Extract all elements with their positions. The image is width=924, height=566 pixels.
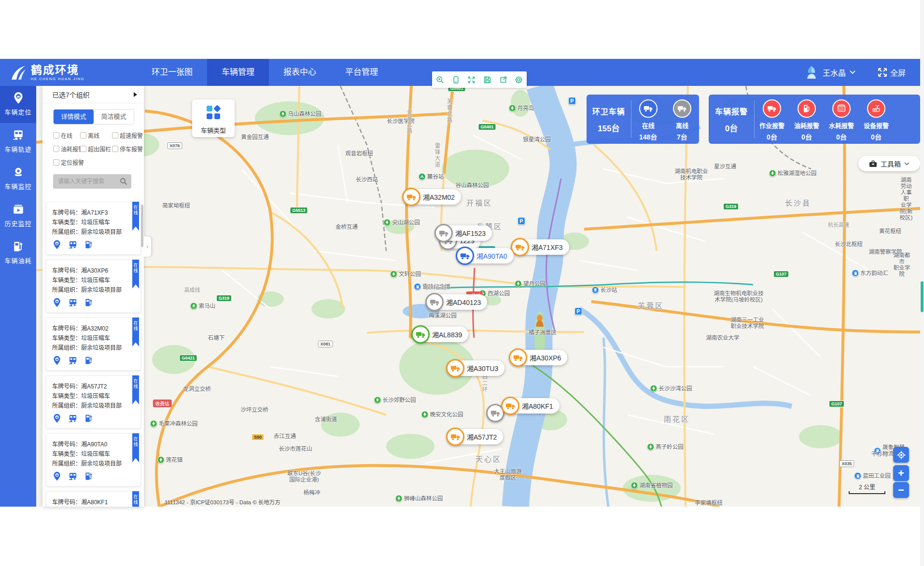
vehicle-card-湘A90TA0[interactable]: 车牌号码：湘A90TA0 车辆类型：垃圾压缩车 所属组织：厨余垃圾项目部 在线 bbox=[46, 433, 141, 486]
track-vehicle-icon[interactable] bbox=[68, 240, 78, 249]
vehicle-type-button[interactable]: 车辆类型 bbox=[192, 99, 235, 137]
user-name[interactable]: 王水晶 bbox=[823, 67, 846, 78]
nav-item-平台管理[interactable]: 平台管理 bbox=[331, 59, 392, 86]
user-avatar[interactable] bbox=[804, 65, 819, 80]
panel-collapse-handle[interactable]: ‹ bbox=[144, 236, 151, 257]
vehicle-card-湘A30XP6[interactable]: 车牌号码：湘A30XP6 车辆类型：垃圾压缩车 所属组织：厨余垃圾项目部 在线 bbox=[46, 260, 141, 313]
filter-checkbox-离线[interactable]: 离线 bbox=[80, 131, 112, 139]
filter-checkbox-超速报警[interactable]: 超速报警 bbox=[112, 131, 143, 139]
fuel-alarm-icon bbox=[798, 99, 816, 118]
locate-vehicle-icon[interactable] bbox=[52, 414, 62, 423]
vehicle-marker-湘A32M02[interactable]: 湘A32M02 bbox=[404, 189, 461, 205]
filter-checkbox-定位报警[interactable]: 定位报警 bbox=[53, 158, 80, 166]
chevron-down-icon[interactable] bbox=[850, 70, 855, 74]
tab-detail-mode[interactable]: 详情模式 bbox=[54, 110, 94, 124]
zoom-search-icon[interactable] bbox=[432, 71, 448, 88]
vehicle-card-湘A71XF3[interactable]: 车牌号码：湘A71XF3 车辆类型：垃圾压缩车 所属组织：厨余垃圾项目部 在线 bbox=[46, 202, 141, 255]
logo-subtitle: HE CHENG HUAN JING bbox=[31, 77, 84, 81]
fullscreen-button[interactable]: 全屏 bbox=[878, 67, 906, 78]
nav-item-报表中心[interactable]: 报表中心 bbox=[269, 59, 331, 86]
save-icon[interactable] bbox=[479, 71, 495, 88]
sidebar-item-历史监控[interactable]: 历史监控 bbox=[0, 197, 36, 235]
alarm-stats-card: 车辆报警 0台 作业报警 0台 油耗报警 0台 水耗报警 0台 设备报警 0台 bbox=[709, 95, 920, 144]
main-nav: 环卫一张图车辆管理报表中心平台管理 bbox=[137, 59, 392, 86]
search-icon[interactable] bbox=[120, 178, 127, 185]
fuel-vehicle-icon[interactable] bbox=[84, 298, 94, 307]
sidebar-item-车辆轨迹[interactable]: 车辆轨迹 bbox=[0, 123, 36, 160]
nav-item-环卫一张图[interactable]: 环卫一张图 bbox=[137, 59, 207, 86]
map-canvas[interactable]: 智造小镇乌山森林公园黄金园互通长沙医学院月亮岛银星湾公园观音岩枢纽谷山森林公园麓… bbox=[36, 86, 920, 507]
vehicle-marker-湘A71XF3[interactable]: 湘A71XF3 bbox=[512, 239, 569, 255]
export-icon[interactable] bbox=[495, 71, 511, 88]
filter-checkbox-在线[interactable]: 在线 bbox=[53, 131, 80, 139]
tab-simple-mode[interactable]: 简洁模式 bbox=[94, 110, 134, 124]
fuel-vehicle-icon[interactable] bbox=[84, 471, 94, 481]
vehicle-marker-湘A30XP6[interactable]: 湘A30XP6 bbox=[510, 350, 567, 365]
vehicle-type: 车辆类型：垃圾压缩车 bbox=[52, 333, 136, 343]
vehicle-card-湘A32M02[interactable]: 车牌号码：湘A32M02 车辆类型：垃圾压缩车 所属组织：厨余垃圾项目部 在线 bbox=[46, 318, 141, 371]
track-vehicle-icon[interactable] bbox=[68, 356, 78, 365]
alarm-count: 0台 bbox=[801, 132, 812, 141]
nav-item-车辆管理[interactable]: 车辆管理 bbox=[207, 59, 269, 86]
vehicle-marker-icon bbox=[425, 293, 444, 311]
vehicle-marker-label: 湘AF1523 bbox=[455, 228, 486, 238]
org-expand-arrow-icon bbox=[134, 92, 137, 97]
track-vehicle-icon[interactable] bbox=[68, 298, 78, 307]
vehicle-marker-湘A57JT2[interactable]: 湘A57JT2 bbox=[448, 429, 503, 444]
locate-vehicle-icon[interactable] bbox=[52, 298, 62, 307]
alarm-label: 设备报警 bbox=[864, 121, 889, 130]
sidebar-item-车辆油耗[interactable]: 车辆油耗 bbox=[0, 235, 36, 272]
zoom-in-button[interactable]: + bbox=[893, 465, 909, 481]
vehicle-marker-label: 湘A30XP6 bbox=[530, 353, 561, 362]
vehicle-org: 所属组织：厨余垃圾项目部 bbox=[52, 227, 136, 237]
fuel-vehicle-icon[interactable] bbox=[84, 356, 94, 365]
locate-vehicle-icon[interactable] bbox=[52, 356, 62, 365]
vehicle-type: 车辆类型：垃圾压缩车 bbox=[52, 391, 136, 401]
zoom-out-button[interactable]: − bbox=[893, 482, 909, 498]
vehicle-marker-湘A80KF1[interactable]: 湘A80KF1 bbox=[503, 398, 560, 414]
expand-icon[interactable] bbox=[463, 71, 479, 88]
vehicle-marker-湘AL8839[interactable]: 湘AL8839 bbox=[413, 327, 468, 342]
status-badge: 在线 bbox=[132, 491, 139, 507]
org-selector[interactable]: 已选7个组织 bbox=[42, 86, 144, 103]
list-scrollbar[interactable] bbox=[141, 205, 143, 504]
track-vehicle-icon[interactable] bbox=[68, 471, 78, 481]
online-truck-icon bbox=[639, 99, 658, 118]
fuel-vehicle-icon[interactable] bbox=[84, 414, 94, 423]
offline-count: 7台 bbox=[677, 132, 687, 141]
filter-checkbox-油耗报警[interactable]: 油耗报警 bbox=[53, 145, 80, 153]
sidebar-item-车辆定位[interactable]: 车辆定位 bbox=[0, 86, 36, 123]
vehicle-list: 车牌号码：湘A71XF3 车辆类型：垃圾压缩车 所属组织：厨余垃圾项目部 在线 … bbox=[42, 202, 144, 507]
vehicle-marker-label: 湘AL8839 bbox=[432, 330, 462, 339]
toolbox-button[interactable]: 工具箱 bbox=[858, 156, 920, 171]
sidebar-item-车辆监控[interactable]: 车辆监控 bbox=[0, 160, 36, 197]
page-scrollbar-thumb[interactable] bbox=[921, 281, 924, 312]
vehicle-marker-湘A30TU3[interactable]: 湘A30TU3 bbox=[448, 360, 504, 376]
alarm-title: 车辆报警 bbox=[715, 105, 748, 117]
vehicle-plate: 车牌号码：湘A90TA0 bbox=[52, 440, 136, 449]
fuel-vehicle-icon[interactable] bbox=[84, 240, 94, 249]
filter-checkbox-停车报警[interactable]: 停车报警 bbox=[112, 145, 143, 153]
vehicle-marker-湘A90TA0[interactable]: 湘A90TA0 bbox=[457, 248, 514, 263]
filter-checkbox-超出围栏[interactable]: 超出围栏 bbox=[80, 145, 112, 153]
fullscreen-label: 全屏 bbox=[890, 67, 906, 78]
vehicle-marker[interactable] bbox=[488, 405, 503, 421]
track-vehicle-icon[interactable] bbox=[68, 414, 78, 423]
locate-vehicle-icon[interactable] bbox=[52, 471, 62, 481]
mobile-icon[interactable] bbox=[448, 71, 464, 88]
fleet-title: 环卫车辆 bbox=[592, 105, 625, 117]
vehicle-card-湘A57JT2[interactable]: 车牌号码：湘A57JT2 车辆类型：垃圾压缩车 所属组织：厨余垃圾项目部 在线 bbox=[46, 375, 141, 428]
settings-icon[interactable] bbox=[511, 71, 527, 88]
status-badge: 在线 bbox=[132, 375, 139, 404]
vehicle-marker-湘AF1523[interactable]: 湘AF1523 bbox=[436, 225, 492, 241]
vehicle-card-湘A80KF1[interactable]: 车牌号码：湘A80KF1 车辆类型：垃圾压缩车 所属组织：厨余垃圾项目部 在线 bbox=[46, 491, 141, 507]
status-badge: 在线 bbox=[132, 202, 139, 231]
vehicle-marker-湘AD40123[interactable]: 湘AD40123 bbox=[427, 294, 487, 310]
toolbox-label: 工具箱 bbox=[881, 159, 901, 168]
car-pin-icon bbox=[12, 92, 25, 104]
status-badge: 在线 bbox=[132, 433, 139, 462]
page-scrollbar[interactable] bbox=[920, 0, 924, 566]
left-sidebar: 车辆定位 车辆轨迹 车辆监控 历史监控 车辆油耗 bbox=[0, 86, 36, 507]
locate-button[interactable] bbox=[893, 447, 909, 463]
locate-vehicle-icon[interactable] bbox=[52, 240, 62, 249]
